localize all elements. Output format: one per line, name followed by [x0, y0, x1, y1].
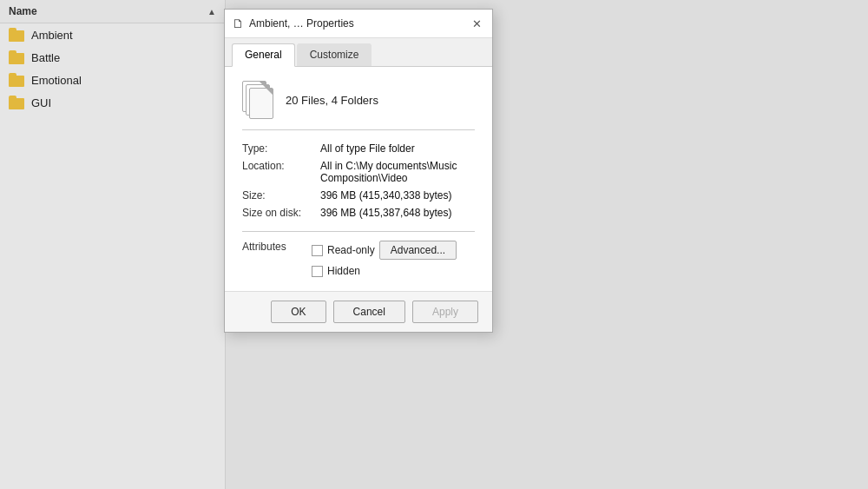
dialog-content: 20 Files, 4 Folders Type: All of type Fi…: [225, 67, 492, 291]
apply-button[interactable]: Apply: [412, 301, 478, 323]
size-label: Size:: [242, 189, 320, 202]
dialog-titlebar: 🗋 Ambient, … Properties ✕: [225, 10, 492, 38]
tab-customize[interactable]: Customize: [297, 43, 372, 66]
hidden-checkbox[interactable]: [312, 266, 323, 277]
hidden-label: Hidden: [327, 265, 360, 277]
location-value: All in C:\My documents\Music Composition…: [320, 160, 475, 184]
properties-dialog: 🗋 Ambient, … Properties ✕ General Custom…: [224, 9, 493, 333]
file-summary: 20 Files, 4 Folders: [242, 81, 475, 130]
location-label: Location:: [242, 160, 320, 172]
dialog-overlay: 🗋 Ambient, … Properties ✕ General Custom…: [0, 0, 868, 489]
prop-row-type: Type: All of type File folder: [242, 142, 475, 155]
tab-general[interactable]: General: [232, 43, 295, 67]
file-page-3: [249, 88, 273, 119]
prop-row-location: Location: All in C:\My documents\Music C…: [242, 160, 475, 184]
file-count-text: 20 Files, 4 Folders: [286, 94, 378, 107]
prop-row-size-disk: Size on disk: 396 MB (415,387,648 bytes): [242, 207, 475, 219]
size-on-disk-label: Size on disk:: [242, 207, 320, 219]
prop-divider: [242, 231, 475, 232]
attributes-label: Attributes: [242, 241, 312, 277]
attr-left-readonly: Read-only: [312, 244, 375, 256]
type-label: Type:: [242, 142, 320, 155]
size-on-disk-value: 396 MB (415,387,648 bytes): [320, 207, 475, 219]
readonly-checkbox[interactable]: [312, 245, 323, 256]
attr-row-hidden: Hidden: [312, 265, 457, 277]
dialog-title-icon: 🗋: [232, 17, 244, 30]
properties-table: Type: All of type File folder Location: …: [242, 142, 475, 219]
multi-file-icon: [242, 81, 273, 119]
close-button[interactable]: ✕: [468, 15, 485, 32]
dialog-tabs: General Customize: [225, 38, 492, 67]
attributes-section: Attributes Read-only Advanced... Hidden: [242, 241, 475, 277]
readonly-label: Read-only: [327, 244, 375, 256]
prop-row-size: Size: 396 MB (415,340,338 bytes): [242, 189, 475, 202]
ok-button[interactable]: OK: [271, 301, 326, 323]
attr-row-readonly: Read-only Advanced...: [312, 241, 457, 260]
dialog-title-text: Ambient, … Properties: [249, 17, 463, 30]
dialog-footer: OK Cancel Apply: [225, 291, 492, 332]
size-value: 396 MB (415,340,338 bytes): [320, 189, 475, 202]
cancel-button[interactable]: Cancel: [333, 301, 405, 323]
type-value: All of type File folder: [320, 142, 475, 155]
attr-left-hidden: Hidden: [312, 265, 360, 277]
advanced-button[interactable]: Advanced...: [379, 241, 457, 260]
attr-rows-wrapper: Read-only Advanced... Hidden: [312, 241, 457, 277]
